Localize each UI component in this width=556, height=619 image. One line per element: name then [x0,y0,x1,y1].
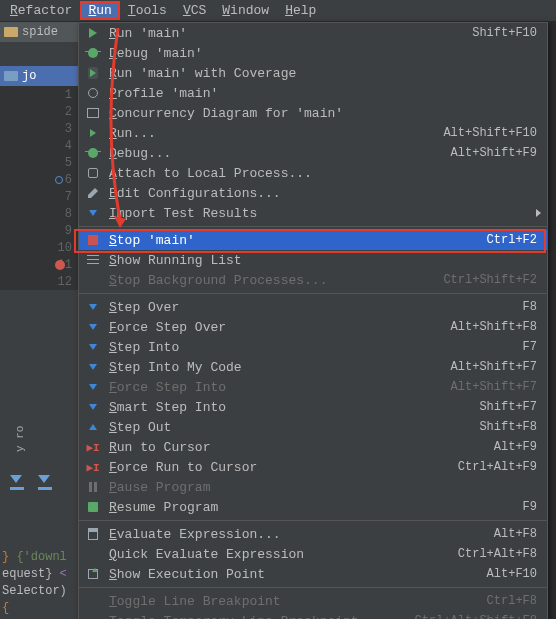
cursorF-icon: ▶I [85,459,101,475]
menu-separator [79,587,547,588]
gutter-line[interactable]: 5 [0,154,78,171]
conc-icon [85,105,101,121]
menubar-item-help[interactable]: Help [277,1,324,20]
menu-item-run-main-with-coverage[interactable]: Run 'main' with Coverage [79,63,547,83]
menu-item-shortcut: Ctrl+Alt+Shift+F8 [415,614,537,619]
menubar: RefactorRunToolsVCSWindowHelp [0,0,556,22]
menu-item-force-step-over[interactable]: Force Step OverAlt+Shift+F8 [79,317,547,337]
menu-item-profile-main[interactable]: Profile 'main' [79,83,547,103]
shield-icon [85,65,101,81]
menu-item-shortcut: Alt+F10 [487,567,537,581]
menu-item-step-into-my-code[interactable]: Step Into My CodeAlt+Shift+F7 [79,357,547,377]
gutter-line[interactable]: 12 [0,273,78,290]
menu-item-run-main[interactable]: Run 'main'Shift+F10 [79,23,547,43]
stepout-icon [85,419,101,435]
menu-item-force-run-to-cursor[interactable]: ▶IForce Run to CursorCtrl+Alt+F9 [79,457,547,477]
menu-item-evaluate-expression[interactable]: Evaluate Expression...Alt+F8 [79,524,547,544]
menubar-item-run[interactable]: Run [80,1,119,20]
menu-item-stop-main[interactable]: Stop 'main'Ctrl+F2 [79,230,547,250]
menu-item-shortcut: Alt+F8 [494,527,537,541]
menu-item-shortcut: Ctrl+Alt+F8 [458,547,537,561]
menubar-item-refactor[interactable]: Refactor [2,1,80,20]
showpt-icon [85,566,101,582]
folder-icon [4,27,18,37]
gutter-line[interactable]: 6 [0,171,78,188]
menu-item-shortcut: Shift+F7 [479,400,537,414]
gutter-line[interactable]: 2 [0,103,78,120]
menu-item-step-over[interactable]: Step OverF8 [79,297,547,317]
menu-separator [79,226,547,227]
menu-item-label: Show Execution Point [109,567,487,582]
console-fragment: } {'downl equest} < Selector) { [2,549,78,617]
menu-item-smart-step-into[interactable]: Smart Step IntoShift+F7 [79,397,547,417]
menubar-item-tools[interactable]: Tools [120,1,175,20]
gutter-line[interactable]: 10 [0,239,78,256]
bug-icon [85,45,101,61]
menu-item-resume-program[interactable]: Resume ProgramF9 [79,497,547,517]
menu-item-shortcut: F7 [523,340,537,354]
clock-icon [85,85,101,101]
breakpoint-dot-icon[interactable] [55,260,65,270]
menu-item-show-running-list[interactable]: Show Running List [79,250,547,270]
menu-item-edit-configurations[interactable]: Edit Configurations... [79,183,547,203]
menu-item-debug[interactable]: Debug...Alt+Shift+F9 [79,143,547,163]
menu-item-shortcut: Shift+F10 [472,26,537,40]
gutter-line[interactable]: 8 [0,205,78,222]
calc-icon [85,526,101,542]
project-tab-jo[interactable]: jo [0,66,78,86]
project-tab-label: jo [22,69,36,83]
menu-item-shortcut: Alt+Shift+F9 [451,146,537,160]
menu-item-run[interactable]: Run...Alt+Shift+F10 [79,123,547,143]
menu-item-run-to-cursor[interactable]: ▶IRun to CursorAlt+F9 [79,437,547,457]
menubar-item-window[interactable]: Window [214,1,277,20]
download-icon[interactable] [38,472,52,490]
project-tab-label: spide [22,25,58,39]
blank-icon [85,613,101,619]
menu-item-label: Stop 'main' [109,233,487,248]
gutter-line[interactable]: 1 [0,86,78,103]
menu-item-label: Show Running List [109,253,537,268]
gutter-line[interactable]: 3 [0,120,78,137]
menu-item-toggle-line-breakpoint: Toggle Line BreakpointCtrl+F8 [79,591,547,611]
play-sm-icon [85,125,101,141]
stepover-icon [85,299,101,315]
menu-item-label: Toggle Temporary Line Breakpoint [109,614,415,620]
menubar-item-vcs[interactable]: VCS [175,1,214,20]
gutter-line[interactable]: 11 [0,256,78,273]
cursor-icon: ▶I [85,439,101,455]
menu-item-import-test-results[interactable]: Import Test Results [79,203,547,223]
menu-item-label: Smart Step Into [109,400,479,415]
menu-item-shortcut: Ctrl+F2 [487,233,537,247]
menu-item-stop-background-processes: Stop Background Processes...Ctrl+Shift+F… [79,270,547,290]
breakpoint-ring-icon[interactable] [55,176,63,184]
menu-item-label: Profile 'main' [109,86,537,101]
blank-icon [85,546,101,562]
menu-item-label: Force Step Into [109,380,451,395]
menu-item-shortcut: Shift+F8 [479,420,537,434]
menu-item-attach-to-local-process[interactable]: Attach to Local Process... [79,163,547,183]
menu-item-label: Run 'main' with Coverage [109,66,537,81]
gutter-line[interactable]: 7 [0,188,78,205]
menu-item-label: Run to Cursor [109,440,494,455]
blank-icon [85,272,101,288]
menu-item-label: Evaluate Expression... [109,527,494,542]
gutter-line[interactable]: 4 [0,137,78,154]
editor-gutter: 123456789101112 [0,86,78,290]
project-tab-spide[interactable]: spide [0,22,78,42]
menu-item-concurrency-diagram-for-main[interactable]: Concurrency Diagram for 'main' [79,103,547,123]
menu-item-shortcut: Ctrl+Shift+F2 [443,273,537,287]
stop-icon [85,232,101,248]
menu-item-label: Step Into My Code [109,360,451,375]
menu-item-show-execution-point[interactable]: Show Execution PointAlt+F10 [79,564,547,584]
menu-item-debug-main[interactable]: Debug 'main' [79,43,547,63]
menu-separator [79,293,547,294]
download-icon[interactable] [10,472,24,490]
menu-item-toggle-temporary-line-breakpoint: Toggle Temporary Line BreakpointCtrl+Alt… [79,611,547,619]
menu-item-step-out[interactable]: Step OutShift+F8 [79,417,547,437]
stepinto-icon [85,339,101,355]
gutter-line[interactable]: 9 [0,222,78,239]
list-icon [85,252,101,268]
menu-item-quick-evaluate-expression[interactable]: Quick Evaluate ExpressionCtrl+Alt+F8 [79,544,547,564]
menu-item-step-into[interactable]: Step IntoF7 [79,337,547,357]
menu-item-label: Run... [109,126,443,141]
